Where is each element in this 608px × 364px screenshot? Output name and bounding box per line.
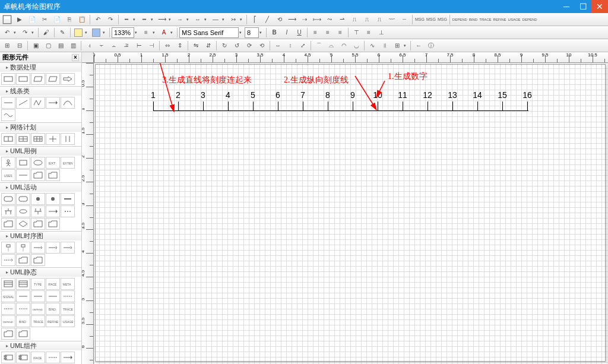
save-icon[interactable] <box>1 14 13 25</box>
shape-usage[interactable]: USAGE <box>61 315 75 327</box>
arc-icon[interactable]: ◡ <box>350 40 362 51</box>
ungroup-icon[interactable]: ⊟ <box>14 40 26 51</box>
arc-icon[interactable]: ◠ <box>338 40 350 51</box>
line-icon[interactable]: ⟶ <box>156 14 168 25</box>
dropdown-icon[interactable]: ▾ <box>31 30 36 35</box>
valign-top-icon[interactable]: ⊤ <box>350 27 362 38</box>
category-title[interactable]: UML组件 <box>0 341 81 350</box>
dropdown-icon[interactable]: ▾ <box>135 30 140 35</box>
trace-label-icon[interactable]: TRACE <box>479 14 492 25</box>
step-icon[interactable]: ⎍ <box>349 14 360 25</box>
dim-icon[interactable]: ↔ <box>272 40 284 51</box>
shape-fork[interactable] <box>1 205 15 217</box>
shape-grid3[interactable] <box>16 133 30 145</box>
shape-dot[interactable] <box>46 193 60 205</box>
arc-icon[interactable]: ⌒ <box>313 40 325 51</box>
underline-icon[interactable]: U <box>293 27 305 38</box>
align-icon[interactable]: ⊢ <box>133 40 145 51</box>
refine-label-icon[interactable]: REFINE <box>493 14 507 25</box>
info-icon[interactable]: ⓘ <box>425 40 437 51</box>
flip-h-icon[interactable]: ⇋ <box>190 40 202 51</box>
maximize-button[interactable]: ☐ <box>575 0 591 13</box>
dropdown-icon[interactable]: ▾ <box>14 30 18 35</box>
align-icon[interactable]: ⫞ <box>83 40 95 51</box>
line-style-icon[interactable]: ⟲ <box>274 14 286 25</box>
close-button[interactable]: ✕ <box>591 0 608 13</box>
arrow-icon[interactable]: ↣ <box>227 14 239 25</box>
shape-box[interactable] <box>16 157 30 169</box>
arrow-icon[interactable]: → <box>174 14 186 25</box>
shape-ext[interactable]: EXT <box>46 157 60 169</box>
align-left-icon[interactable]: ≡ <box>309 27 321 38</box>
minimize-button[interactable]: ─ <box>558 0 575 13</box>
dropdown-icon[interactable]: ▾ <box>133 17 138 22</box>
shape-dash[interactable] <box>16 303 30 315</box>
fill-color-icon[interactable] <box>72 27 84 38</box>
dim-icon[interactable]: ⤢ <box>297 40 309 51</box>
italic-icon[interactable]: I <box>281 27 293 38</box>
shape-dash[interactable] <box>61 290 75 302</box>
zoom-combo[interactable]: 133% <box>112 27 134 38</box>
grid-icon[interactable]: ⊞ <box>391 40 403 51</box>
shape-iface[interactable]: IFACE <box>46 278 60 290</box>
category-title[interactable]: UML活动 <box>0 183 81 192</box>
shape-trace[interactable]: TRACE <box>31 315 45 327</box>
shape-class[interactable] <box>1 278 15 290</box>
shape-rect[interactable] <box>1 73 15 85</box>
redo-icon[interactable]: ↷ <box>19 27 31 38</box>
dropdown-icon[interactable]: ▾ <box>239 30 244 35</box>
distribute-icon[interactable]: ⇕ <box>174 40 186 51</box>
shape-bound-l[interactable]: EXTEND <box>61 157 75 169</box>
shape-ret[interactable] <box>1 254 15 266</box>
shape-bar[interactable] <box>61 193 75 205</box>
dropdown-icon[interactable]: ▾ <box>170 30 175 35</box>
line-icon[interactable]: ━ <box>138 14 150 25</box>
shape-curve[interactable] <box>61 97 75 109</box>
align-right-icon[interactable]: ≡ <box>334 27 346 38</box>
shape-depend[interactable]: DEPEND <box>1 315 15 327</box>
drawing-canvas[interactable]: 12345678910111213141516 3.生成直线将刻度连起来 2.生… <box>94 63 608 364</box>
category-title[interactable]: 网络计划 <box>0 123 81 132</box>
line-color-icon[interactable] <box>90 27 102 38</box>
dropdown-icon[interactable]: ▾ <box>169 17 173 22</box>
shape-line[interactable] <box>46 290 60 302</box>
category-title[interactable]: UML用例 <box>0 147 81 156</box>
shape-msg[interactable] <box>46 242 60 254</box>
font-color-icon[interactable]: A <box>158 27 170 38</box>
shape-life[interactable] <box>16 242 30 254</box>
shape-wave[interactable] <box>1 109 15 121</box>
depend-label-icon[interactable]: DEPEND <box>522 14 538 25</box>
shape-diag[interactable] <box>16 97 30 109</box>
paste-icon[interactable]: 📋 <box>76 14 88 25</box>
text-label-icon[interactable]: MSG <box>437 14 448 25</box>
shape-class[interactable] <box>16 278 30 290</box>
shape-grid4[interactable] <box>31 133 45 145</box>
shape-arrow[interactable] <box>46 97 60 109</box>
arrow-style-icon[interactable]: ⟼ <box>311 14 323 25</box>
shape-para[interactable] <box>46 73 60 85</box>
brush-icon[interactable]: ✎ <box>56 27 68 38</box>
depend-label-icon[interactable]: DEPEND <box>452 14 468 25</box>
step-icon[interactable]: ⎍ <box>373 14 385 25</box>
front-icon[interactable]: ▣ <box>30 40 42 51</box>
shape-msg[interactable] <box>31 242 45 254</box>
dropdown-icon[interactable]: ▾ <box>404 43 408 48</box>
undo-icon[interactable]: ↶ <box>92 14 104 25</box>
shape-meta[interactable]: META <box>61 278 75 290</box>
sidebar-close-icon[interactable]: × <box>72 54 79 61</box>
step-icon[interactable]: ⎍ <box>361 14 373 25</box>
shape-oval[interactable] <box>31 157 45 169</box>
rotate-icon[interactable]: ⟳ <box>243 40 255 51</box>
align-center-icon[interactable]: ≡ <box>322 27 334 38</box>
category-title[interactable]: 数据处理 <box>0 63 81 72</box>
shape-bind[interactable]: BIND <box>16 315 30 327</box>
shape-arrow[interactable] <box>61 352 75 363</box>
shape-folder[interactable] <box>16 328 30 340</box>
shape-dash[interactable] <box>1 303 15 315</box>
bold-icon[interactable]: B <box>268 27 280 38</box>
arrow-icon[interactable]: ↔ <box>192 14 204 25</box>
bind-label-icon[interactable]: BIND <box>468 14 478 25</box>
rotate-icon[interactable]: ↺ <box>231 40 243 51</box>
wave-icon[interactable]: ∿ <box>366 40 378 51</box>
copy-icon[interactable]: ⎘ <box>64 14 75 25</box>
